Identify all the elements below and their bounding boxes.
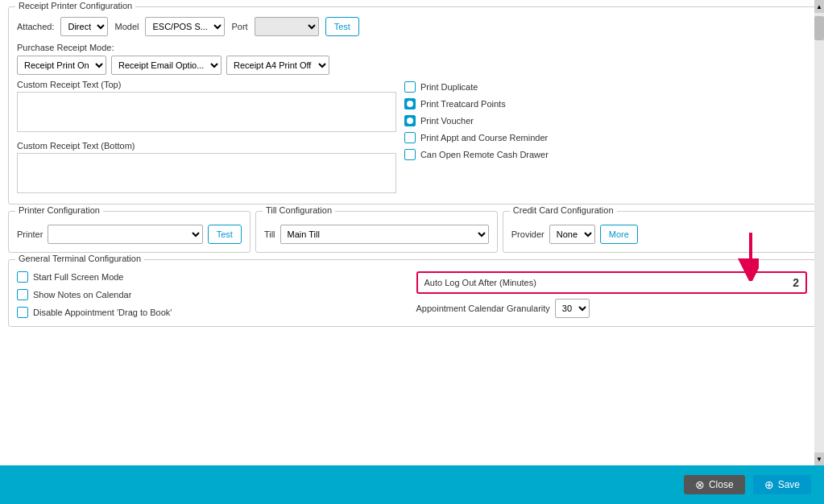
printer-select[interactable] — [48, 225, 202, 244]
disable-drag-row: Disable Appointment 'Drag to Book' — [17, 307, 408, 318]
save-button[interactable]: ⊕ Save — [753, 475, 811, 494]
custom-text-checkboxes-container: Custom Receipt Text (Top) Custom Receipt… — [17, 80, 807, 196]
save-label: Save — [778, 479, 800, 490]
custom-top-label: Custom Receipt Text (Top) — [17, 80, 396, 89]
general-terminal-label: General Terminal Configuration — [15, 254, 144, 263]
show-notes-label: Show Notes on Calendar — [33, 290, 131, 300]
till-config-section: Till Configuration Till Main Till — [255, 211, 498, 253]
credit-card-section: Credit Card Configuration Provider None … — [503, 211, 816, 253]
full-screen-label: Start Full Screen Mode — [33, 272, 124, 282]
remote-cash-row: Can Open Remote Cash Drawer — [404, 149, 807, 160]
port-label: Port — [231, 22, 247, 31]
print-treatcard-label: Print Treatcard Points — [420, 99, 506, 109]
print-voucher-label: Print Voucher — [420, 116, 474, 126]
purchase-mode-row: Receipt Print On Receipt Email Optio... … — [17, 56, 807, 75]
printer-label: Printer — [17, 229, 43, 239]
granularity-row: Appointment Calendar Granularity 30 — [416, 299, 808, 318]
scroll-up-btn[interactable]: ▲ — [814, 0, 824, 13]
printer-test-button[interactable]: Test — [208, 225, 242, 244]
custom-bottom-label: Custom Receipt Text (Bottom) — [17, 141, 396, 151]
print-treatcard-row: Print Treatcard Points — [404, 98, 807, 109]
full-screen-checkbox[interactable] — [17, 271, 28, 283]
purchase-mode-select-1[interactable]: Receipt Print On — [17, 56, 106, 75]
purchase-mode-container: Purchase Receipt Mode: Receipt Print On … — [17, 43, 807, 75]
footer-bar: ⊗ Close ⊕ Save — [0, 465, 824, 504]
print-treatcard-checkbox[interactable] — [404, 98, 416, 109]
close-button[interactable]: ⊗ Close — [684, 475, 745, 494]
full-screen-row: Start Full Screen Mode — [17, 271, 408, 283]
granularity-select[interactable]: 30 — [555, 299, 590, 318]
print-duplicate-label: Print Duplicate — [420, 82, 478, 92]
till-select[interactable]: Main Till — [280, 225, 489, 244]
auto-logout-container: Auto Log Out After (Minutes) 2 — [416, 271, 808, 294]
receipt-printer-label: Receipt Printer Configuration — [15, 1, 135, 10]
disable-drag-checkbox[interactable] — [17, 307, 28, 318]
credit-card-row: Provider None More — [511, 225, 807, 244]
receipt-printer-section: Receipt Printer Configuration Attached: … — [8, 6, 816, 204]
custom-text-col: Custom Receipt Text (Top) Custom Receipt… — [17, 80, 396, 196]
granularity-label: Appointment Calendar Granularity — [416, 304, 550, 313]
bottom-config-row: Printer Configuration Printer Test Till … — [8, 211, 816, 253]
till-config-label: Till Configuration — [263, 205, 335, 215]
print-appt-row: Print Appt and Course Reminder — [404, 132, 807, 143]
remote-cash-checkbox[interactable] — [404, 149, 416, 160]
remote-cash-label: Can Open Remote Cash Drawer — [420, 150, 549, 159]
show-notes-checkbox[interactable] — [17, 289, 28, 300]
checkboxes-col: Print Duplicate Print Treatcard Points P… — [404, 80, 807, 196]
provider-select[interactable]: None — [549, 225, 595, 244]
close-icon: ⊗ — [695, 478, 705, 491]
arrow-indicator — [718, 233, 759, 283]
model-select[interactable]: ESC/POS S... — [145, 17, 225, 36]
print-voucher-checkbox[interactable] — [404, 115, 416, 126]
general-left-col: Start Full Screen Mode Show Notes on Cal… — [17, 271, 408, 318]
credit-card-label: Credit Card Configuration — [510, 205, 617, 215]
till-row: Till Main Till — [264, 225, 489, 244]
show-notes-row: Show Notes on Calendar — [17, 289, 408, 300]
general-terminal-section: General Terminal Configuration Start Ful… — [8, 259, 816, 327]
close-label: Close — [709, 479, 734, 490]
auto-logout-value: 2 — [793, 276, 799, 289]
auto-logout-label: Auto Log Out After (Minutes) — [424, 278, 536, 287]
general-inner: Start Full Screen Mode Show Notes on Cal… — [17, 271, 807, 318]
printer-row: Printer Test — [17, 225, 242, 244]
attached-select[interactable]: Direct — [60, 17, 108, 36]
custom-top-textarea[interactable] — [17, 92, 396, 132]
receipt-printer-top-row: Attached: Direct Model ESC/POS S... Port… — [17, 17, 807, 36]
scroll-down-btn[interactable]: ▼ — [814, 452, 824, 465]
print-duplicate-checkbox[interactable] — [404, 81, 416, 93]
purchase-mode-select-3[interactable]: Receipt A4 Print Off — [226, 56, 329, 75]
save-icon: ⊕ — [764, 478, 774, 491]
provider-label: Provider — [511, 229, 545, 239]
attached-label: Attached: — [17, 22, 54, 31]
print-appt-label: Print Appt and Course Reminder — [420, 133, 548, 143]
print-duplicate-row: Print Duplicate — [404, 81, 807, 93]
till-label: Till — [264, 229, 275, 239]
general-right-col: Auto Log Out After (Minutes) 2 Appointme… — [416, 271, 808, 318]
custom-bottom-textarea[interactable] — [17, 153, 396, 193]
receipt-test-button[interactable]: Test — [325, 17, 359, 36]
print-voucher-row: Print Voucher — [404, 115, 807, 126]
port-select[interactable] — [255, 17, 319, 36]
more-button[interactable]: More — [600, 225, 638, 244]
printer-config-section: Printer Configuration Printer Test — [8, 211, 251, 253]
printer-config-label: Printer Configuration — [15, 205, 103, 215]
purchase-mode-label: Purchase Receipt Mode: — [17, 43, 807, 52]
purchase-mode-select-2[interactable]: Receipt Email Optio... — [111, 56, 222, 75]
print-appt-checkbox[interactable] — [404, 132, 416, 143]
model-label: Model — [114, 22, 139, 31]
disable-drag-label: Disable Appointment 'Drag to Book' — [33, 308, 172, 317]
